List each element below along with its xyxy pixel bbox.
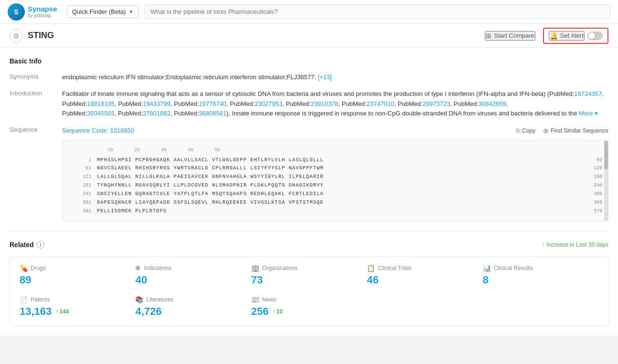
seq-num-right-6: 360 [578,198,602,207]
pubmed-link-4[interactable]: 19776740 [199,100,226,107]
quick-finder-label: Quick Finder (Beta) [72,8,126,15]
compare-icon: ⊞ [486,32,491,40]
related-item-indications: ❋ Indications 40 [135,264,251,286]
seq-residues-2: NGVCSLAEEL RHIHSRYRGS YWRTVRACLG CPLRRGA… [97,164,578,173]
sequence-header: Sequence Code: 1316650 ⎘ Copy ⊕ Find Sim… [62,125,608,136]
pubmed-link-2[interactable]: 18818105 [87,100,115,107]
seq-line-1: 1 MPHSSLHPSI PCPRGHGAQK AALVLLSACL VTLWG… [68,156,602,165]
seq-line-2: 61 NGVCSLAEEL RHIHSRYRGS YWRTVRACLG CPLR… [68,164,602,173]
ruler-30: 30 [150,146,177,154]
pubmed-link-7[interactable]: 23747010 [367,100,394,107]
clinical-results-count[interactable]: 8 [483,274,598,286]
seq-residues-3: LALLGLSQAL NILLGLKGLA PAEISAVCEK GNFNVAH… [97,173,578,181]
patents-increase: ↑ 144 [55,308,69,315]
pubmed-link-9[interactable]: 30842659 [479,100,506,107]
pubmed-link-5[interactable]: 23027953 [255,100,282,107]
clinical-trials-count[interactable]: 46 [367,274,482,286]
search-icon: ⊕ [543,125,549,136]
pubmed-link-8[interactable]: 29973723 [423,100,450,107]
app-sub: by patsnap [28,13,57,18]
sequence-label: Sequence [10,125,62,133]
find-similar-button[interactable]: ⊕ Find Similar Sequence [543,125,608,136]
organizations-label: Organizations [262,265,298,271]
patents-count-area: 13,163 ↑ 144 [20,305,135,318]
up-arrow-icon: ↑ [542,241,544,248]
seq-residues-1: MPHSSLHPSI PCPRGHGAQK AALVLLSACL VTLWGLG… [97,156,578,165]
related-drugs-header: 💊 Drugs [20,264,135,272]
pubmed-link-10[interactable]: 35045565 [87,110,115,117]
seq-line-7: 361 PELLISGMEK PLPLRTDFS 379 [68,207,602,216]
news-count-area: 256 ↑ 10 [251,305,367,318]
ruler-20: 20 [124,146,150,154]
app-name: Synapse [28,5,57,13]
news-count[interactable]: 256 [251,305,269,318]
pubmed-link-11[interactable]: 27801882 [143,110,170,117]
patents-increase-value: 144 [59,308,69,315]
organizations-icon: 🏢 [251,264,259,272]
related-patents-header: 📄 Patents [20,296,135,303]
divider [10,231,608,231]
seq-num-left-4: 181 [68,181,97,190]
set-alert-area: 🔔 Set Alert [543,28,608,44]
seq-num-right-3: 180 [578,173,602,181]
seq-num-right-5: 300 [578,190,602,198]
copy-icon: ⎘ [516,125,520,136]
news-label: News [262,296,277,303]
pubmed-link-1[interactable]: 18724357 [574,90,602,97]
introduction-more-link[interactable]: More ▾ [579,110,598,117]
ruler-50: 50 [204,146,231,154]
related-grid: 💊 Drugs 89 ❋ Indications 40 🏢 Organizati… [10,256,608,326]
synonyms-more-link[interactable]: [+13] [318,73,331,81]
sequence-value: Sequence Code: 1316650 ⎘ Copy ⊕ Find Sim… [62,125,608,221]
synonyms-label: Synonyms [10,73,62,80]
seq-residues-7: PELLISGMEK PLPLRTDFS [97,207,578,216]
copy-button[interactable]: ⎘ Copy [516,125,535,136]
chevron-down-icon: ▼ [128,9,133,14]
copy-label: Copy [522,126,535,135]
seq-num-right-4: 240 [578,181,602,190]
patents-count[interactable]: 13,163 [20,305,52,318]
pubmed-link-12[interactable]: 36808561 [199,110,226,117]
set-alert-button[interactable]: 🔔 Set Alert [549,31,585,41]
related-organizations-header: 🏢 Organizations [251,264,367,272]
related-trials-header: 📋 Clinical Trials [367,264,482,272]
sequence-actions: ⎘ Copy ⊕ Find Similar Sequence [516,125,608,136]
seq-num-left-2: 61 [68,164,97,173]
related-item-patents: 📄 Patents 13,163 ↑ 144 [20,296,135,318]
increase-label: Increase in Last 30 days [546,241,608,248]
logo-icon: S [8,3,25,21]
literatures-count[interactable]: 4,726 [135,305,251,318]
alert-toggle[interactable] [587,31,603,40]
related-item-empty-2 [483,296,598,318]
news-increase-value: 10 [277,308,283,315]
drugs-count[interactable]: 89 [20,274,135,286]
seq-line-6: 301 DAPESQNNCR LIAYQEPADD SSFSLSQEVL RHL… [68,198,602,207]
seq-num-left-1: 1 [68,156,97,165]
clinical-trials-icon: 📋 [367,264,375,272]
literatures-icon: 📚 [135,296,143,303]
related-literatures-header: 📚 Literatures [135,296,251,303]
indications-count[interactable]: 40 [135,274,251,286]
related-news-header: 📰 News [251,296,367,303]
related-info-icon[interactable]: i [37,241,44,249]
synonyms-text: endoplasmic reticulum IFN stimulator;End… [62,73,316,81]
literatures-label: Literatures [146,296,173,303]
pubmed-link-6[interactable]: 23910378 [310,100,338,107]
search-input[interactable] [144,4,610,19]
page-type-icon: ⊙ [10,29,23,42]
quick-finder-button[interactable]: Quick Finder (Beta) ▼ [67,5,139,18]
pubmed-link-3[interactable]: 19433799 [143,100,170,107]
introduction-label: Introduction [10,89,62,97]
sequence-scrollbar[interactable] [604,141,608,221]
set-alert-label: Set Alert [560,32,584,39]
increase-note: ↑ Increase in Last 30 days [542,241,608,248]
synonyms-value: endoplasmic reticulum IFN stimulator;End… [62,73,608,83]
organizations-count[interactable]: 73 [251,274,367,286]
scrollbar-thumb [604,141,608,169]
sequence-row: Sequence Sequence Code: 1316650 ⎘ Copy ⊕… [10,125,608,221]
sequence-code-link[interactable]: Sequence Code: 1316650 [62,126,134,136]
related-item-news: 📰 News 256 ↑ 10 [251,296,367,318]
start-compare-button[interactable]: ⊞ Start Compare [485,31,535,41]
basic-info-title: Basic Info [10,57,608,65]
logo-text: Synapse by patsnap [28,5,57,19]
